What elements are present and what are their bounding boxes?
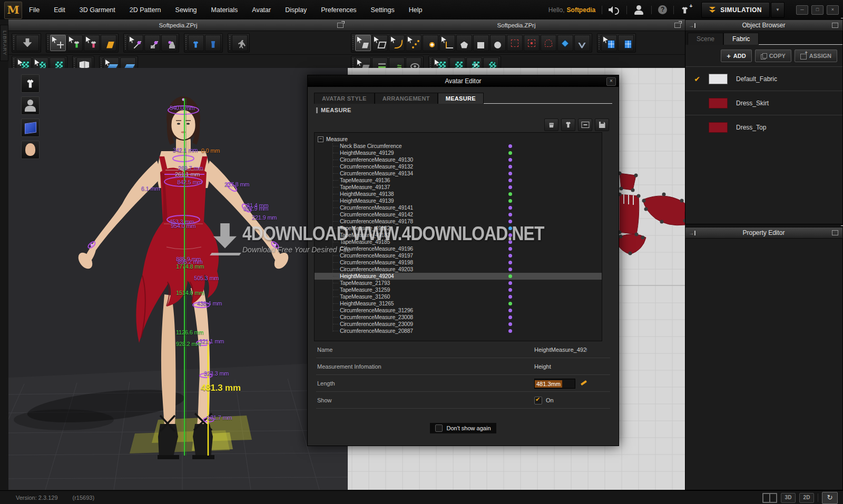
measure-item[interactable]: CircumferenceMeasure_49141 (315, 204, 602, 211)
select-move-icon[interactable] (50, 35, 66, 51)
drawer-icon[interactable] (578, 118, 592, 131)
speaker-icon[interactable] (609, 5, 620, 15)
tab-fabric[interactable]: Fabric (723, 33, 759, 45)
length-input[interactable]: 481.3mm (534, 379, 575, 389)
transform-pattern-icon[interactable] (355, 35, 371, 51)
menu-help[interactable]: Help (409, 6, 423, 14)
close-button[interactable]: × (827, 5, 839, 15)
garment-plus-icon[interactable] (680, 5, 692, 15)
edit-point-icon[interactable] (406, 35, 422, 51)
measure-item[interactable]: CircumferenceMeasure_49196 (315, 245, 602, 252)
edit-pattern-icon[interactable] (372, 35, 388, 51)
popout-icon[interactable] (337, 23, 344, 28)
refresh-icon[interactable] (822, 492, 838, 504)
measure-item[interactable]: CircumferenceMeasure_49203 (315, 266, 602, 273)
select-garment-texture-icon[interactable] (84, 35, 100, 51)
shape-circle-icon[interactable] (490, 35, 506, 51)
shape-rect-icon[interactable] (473, 35, 489, 51)
copy-fabric-button[interactable]: COPY (755, 50, 791, 62)
menu-edit[interactable]: Edit (54, 6, 65, 14)
measure-item[interactable]: HeightMeasure_31265 (315, 300, 602, 307)
measure-item[interactable]: TapeMeasure_49185 (315, 239, 602, 245)
name-value[interactable]: HeightMeasure_49204 (534, 347, 587, 353)
add-fabric-button[interactable]: +ADD (721, 50, 751, 62)
shirt-front-icon[interactable] (188, 35, 204, 51)
split-view-icon[interactable] (762, 493, 777, 503)
assign-fabric-button[interactable]: ASSIGN (795, 50, 837, 62)
fabric-row[interactable]: Dress_Skirt (685, 91, 842, 115)
edit-curve-icon[interactable] (389, 35, 405, 51)
measure-item[interactable]: HeightMeasure_49129 (315, 150, 602, 156)
tab-arrangement[interactable]: ARRANGEMENT (375, 93, 438, 104)
sync-pattern-icon[interactable] (618, 35, 634, 51)
measure-item[interactable]: CircumferenceMeasure_23009 (315, 321, 602, 328)
menu-2d-pattern[interactable]: 2D Pattern (130, 6, 161, 14)
close-icon[interactable] (606, 77, 616, 86)
tab-scene[interactable]: Scene (688, 33, 723, 45)
menu-avatar[interactable]: Avatar (252, 6, 271, 14)
measure-item[interactable]: CircumferenceMeasure_49197 (315, 252, 602, 259)
viewport-3d-header[interactable]: Softpedia.ZPrj (8, 19, 348, 31)
property-editor-header[interactable]: Property Editor (685, 227, 843, 239)
menu-3d-garment[interactable]: 3D Garment (80, 6, 115, 14)
fabric-row[interactable]: Dress_Top (685, 115, 842, 139)
measure-item[interactable]: TapeMeasure_49137 (315, 184, 602, 191)
measure-item[interactable]: CircumferenceMeasure_49142 (315, 211, 602, 218)
avatar-thumbnail[interactable] (21, 96, 40, 115)
measure-item[interactable]: CircumferenceMeasure_49178 (315, 218, 602, 225)
trash-icon[interactable] (544, 118, 558, 131)
pin-segment-icon[interactable] (144, 35, 160, 51)
library-tab[interactable]: LIBRARY (0, 25, 8, 61)
tree-collapse-icon[interactable] (318, 136, 324, 142)
measure-item[interactable]: HeightMeasure_49204 (315, 273, 602, 280)
popout-icon[interactable] (832, 23, 838, 28)
dont-show-again-checkbox[interactable] (435, 424, 443, 432)
menu-display[interactable]: Display (285, 6, 307, 14)
sync-down-icon[interactable] (16, 35, 39, 51)
edit-pencil-icon[interactable] (580, 379, 587, 387)
measure-item[interactable]: CircumferenceMeasure_20887 (315, 328, 602, 334)
view-3d-button[interactable]: 3D (781, 493, 796, 503)
viewport-2d-header[interactable]: Softpedia.ZPrj (348, 19, 685, 31)
simulation-dropdown[interactable]: ▼ (771, 2, 785, 18)
shape-poly-icon[interactable] (456, 35, 472, 51)
popout-icon[interactable] (832, 230, 838, 235)
pin-avatar-icon[interactable] (161, 35, 177, 51)
measure-item[interactable]: TapeMeasure_49182 (315, 225, 602, 232)
object-browser-header[interactable]: Object Browser (685, 19, 843, 31)
show-checkbox[interactable] (534, 397, 542, 404)
measure-item[interactable]: HeightMeasure_49139 (315, 197, 602, 204)
measure-item[interactable]: TapeMeasure_31260 (315, 293, 602, 300)
walk-icon[interactable] (232, 35, 248, 51)
dart-b-icon[interactable] (524, 35, 540, 51)
simulation-button[interactable]: SIMULATION (701, 2, 770, 18)
edit-angle-icon[interactable] (439, 35, 455, 51)
tab-measure[interactable]: MEASURE (438, 93, 484, 104)
dart-c-icon[interactable] (541, 35, 556, 51)
minimize-button[interactable]: ─ (796, 5, 808, 15)
notch-icon[interactable] (574, 35, 590, 51)
maximize-button[interactable]: □ (811, 5, 824, 15)
pattern-thumbnail[interactable] (21, 118, 40, 137)
garment-thumbnail[interactable] (21, 74, 40, 93)
head-thumbnail[interactable] (21, 141, 40, 159)
dialog-titlebar[interactable]: Avatar Editor (308, 75, 619, 87)
help-icon[interactable] (658, 5, 667, 14)
tree-root-row[interactable]: Measure (315, 135, 602, 143)
measure-item[interactable]: Neck Base Circumference (315, 143, 602, 150)
measure-item[interactable]: CircumferenceMeasure_49132 (315, 163, 602, 170)
menu-materials[interactable]: Materials (211, 6, 238, 14)
add-point-icon[interactable] (423, 35, 438, 51)
popout-icon[interactable] (674, 23, 681, 28)
fold-arrangement-icon[interactable] (101, 35, 116, 51)
menu-sewing[interactable]: Sewing (175, 6, 197, 14)
dock-pin-icon[interactable] (689, 23, 695, 28)
3d-viewport-canvas[interactable]: 540.0 mm342.1 mm0.0 mm269.7 mm261.1 mm84… (8, 68, 348, 490)
measure-item[interactable]: TapeMeasure_21793 (315, 280, 602, 286)
pin-icon[interactable] (128, 35, 143, 51)
measure-item[interactable]: HeightMeasure_49138 (315, 191, 602, 197)
tab-avatar-style[interactable]: AVATAR STYLE (314, 93, 375, 104)
account-icon[interactable] (633, 5, 645, 15)
fabric-row[interactable]: ✔Default_Fabric (685, 66, 842, 91)
menu-settings[interactable]: Settings (371, 6, 395, 14)
